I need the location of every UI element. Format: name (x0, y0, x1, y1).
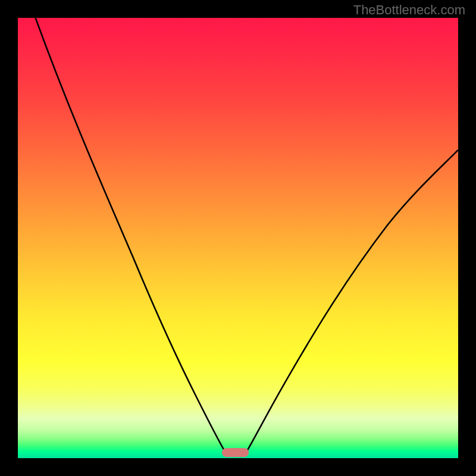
curve-left (36, 18, 227, 455)
curve-right (245, 150, 458, 455)
plot-area (18, 18, 458, 458)
watermark-text: TheBottleneck.com (353, 2, 465, 18)
curves-svg (18, 18, 458, 458)
minimum-marker (222, 448, 249, 457)
